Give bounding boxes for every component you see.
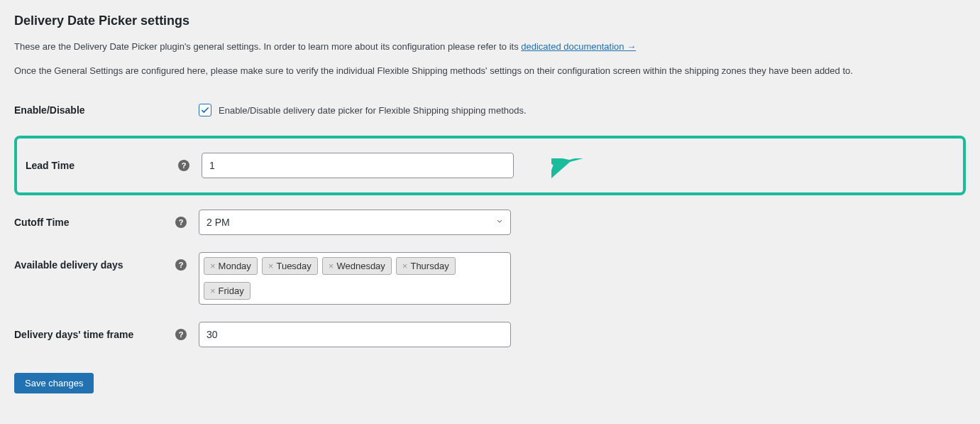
day-tag-label: Wednesday [336, 261, 385, 271]
row-cutoff-time: Cutoff Time ? 2 PM [14, 201, 966, 244]
remove-tag-icon[interactable]: × [329, 261, 334, 271]
cutoff-time-select[interactable]: 2 PM [199, 210, 511, 235]
lead-time-highlight: Lead Time ? [14, 136, 966, 195]
row-enable-disable: Enable/Disable Enable/Disable delivery d… [14, 90, 966, 130]
day-tag-label: Tuesday [276, 261, 311, 271]
label-available-days: Available delivery days [14, 244, 170, 313]
label-cutoff-time: Cutoff Time [14, 201, 170, 244]
intro-paragraph-2: Once the General Settings are configured… [14, 64, 966, 78]
row-lead-time: Lead Time ? [14, 130, 966, 201]
intro-paragraph-1: These are the Delivery Date Picker plugi… [14, 40, 966, 54]
save-changes-button[interactable]: Save changes [14, 373, 94, 393]
row-available-days: Available delivery days ? × Monday× Tues… [14, 244, 966, 313]
help-icon[interactable]: ? [175, 217, 187, 228]
day-tag[interactable]: × Thursday [396, 257, 456, 275]
available-days-multiselect[interactable]: × Monday× Tuesday× Wednesday× Thursday× … [199, 252, 511, 305]
remove-tag-icon[interactable]: × [210, 261, 216, 271]
day-tag[interactable]: × Monday [204, 257, 258, 275]
enable-checkbox[interactable] [199, 104, 211, 116]
day-tag[interactable]: × Wednesday [322, 257, 392, 275]
enable-checkbox-label: Enable/Disable delivery date picker for … [219, 105, 527, 116]
lead-time-input[interactable] [202, 153, 514, 178]
label-time-frame: Delivery days' time frame [14, 313, 170, 356]
time-frame-input[interactable] [199, 322, 511, 347]
remove-tag-icon[interactable]: × [210, 286, 216, 296]
help-icon[interactable]: ? [175, 259, 187, 271]
remove-tag-icon[interactable]: × [402, 261, 408, 271]
page-title: Delivery Date Picker settings [14, 7, 966, 31]
day-tag-label: Monday [219, 261, 251, 271]
remove-tag-icon[interactable]: × [268, 261, 274, 271]
help-icon[interactable]: ? [175, 329, 187, 340]
check-icon [200, 105, 210, 115]
label-enable-disable: Enable/Disable [14, 90, 170, 130]
day-tag-label: Friday [219, 286, 244, 296]
documentation-link[interactable]: dedicated documentation → [521, 41, 636, 52]
label-lead-time: Lead Time [26, 146, 173, 185]
intro-text-1: These are the Delivery Date Picker plugi… [14, 41, 521, 52]
settings-form-table: Enable/Disable Enable/Disable delivery d… [14, 90, 966, 356]
day-tag[interactable]: × Friday [204, 282, 250, 300]
day-tag-label: Thursday [410, 261, 448, 271]
help-icon[interactable]: ? [178, 160, 189, 171]
row-time-frame: Delivery days' time frame ? [14, 313, 966, 356]
day-tag[interactable]: × Tuesday [262, 257, 318, 275]
